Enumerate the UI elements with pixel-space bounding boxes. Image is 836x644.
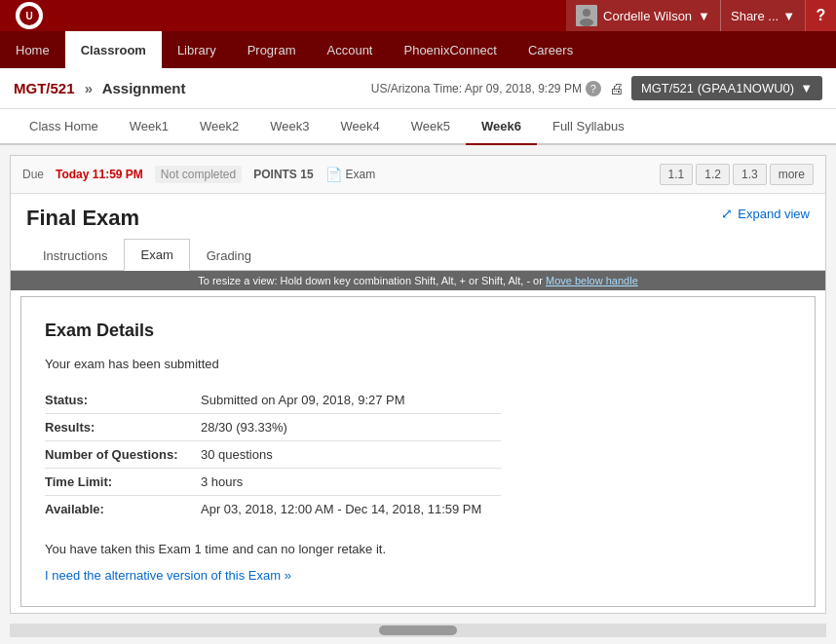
points-value: 15 [300,168,313,181]
row-label-status: Status: [45,387,201,414]
nav-item-home[interactable]: Home [0,31,65,68]
expand-view-button[interactable]: ⤢ Expand view [721,206,810,221]
tab-week5[interactable]: Week5 [396,109,466,145]
row-value-questions: 30 questions [201,441,501,469]
course-dropdown-chevron-icon: ▼ [800,81,813,95]
time-info: US/Arizona Time: Apr 09, 2018, 9:29 PM ? [371,81,601,96]
svg-point-4 [580,19,593,26]
tab-full-syllabus[interactable]: Full Syllabus [537,109,640,145]
exam-submitted-message: Your exam has been submitted [45,357,791,371]
sub-tab-exam[interactable]: Exam [124,239,189,271]
table-row: Number of Questions: 30 questions [45,441,501,469]
nav-item-account[interactable]: Account [312,31,389,68]
nav-item-careers[interactable]: Careers [513,31,589,68]
resize-hint: To resize a view: Hold down key combinat… [11,271,825,290]
tab-week1[interactable]: Week1 [114,109,184,145]
nav-item-phoenixconnect[interactable]: PhoenixConnect [388,31,512,68]
exam-content: Exam Details Your exam has been submitte… [20,296,816,607]
row-label-questions: Number of Questions: [45,441,201,469]
user-chevron-icon: ▼ [698,9,710,23]
tab-week3[interactable]: Week3 [254,109,324,145]
table-row: Time Limit: 3 hours [45,469,501,496]
version-buttons: 1.1 1.2 1.3 more [660,164,814,185]
table-row: Results: 28/30 (93.33%) [45,414,501,441]
header-right: US/Arizona Time: Apr 09, 2018, 9:29 PM ?… [371,76,822,100]
more-versions-button[interactable]: more [770,164,814,185]
time-label: US/Arizona Time: Apr 09, 2018, 9:29 PM [371,82,582,95]
assignment-header: Due Today 11:59 PM Not completed POINTS … [11,156,825,194]
table-row: Status: Submitted on Apr 09, 2018, 9:27 … [45,387,501,414]
version-1-1-button[interactable]: 1.1 [660,164,694,185]
tab-class-home[interactable]: Class Home [14,109,114,145]
move-below-handle-link[interactable]: Move below handle [546,275,638,286]
exam-retake-message: You have taken this Exam 1 time and can … [45,542,791,556]
doc-icon: 📄 [325,167,342,182]
user-name-label: Cordelle Wilson [603,9,692,23]
assignment-title-area: Final Exam ⤢ Expand view [11,194,825,239]
svg-point-3 [583,9,590,17]
logo-area: U [10,2,49,29]
table-row: Available: Apr 03, 2018, 12:00 AM - Dec … [45,496,501,523]
university-logo: U [16,2,43,29]
row-value-status: Submitted on Apr 09, 2018, 9:27 PM [201,387,501,414]
status-badge: Not completed [155,166,242,183]
user-menu-button[interactable]: Cordelle Wilson ▼ [566,0,720,31]
points-label: POINTS [253,168,297,181]
version-1-2-button[interactable]: 1.2 [696,164,730,185]
nav-item-library[interactable]: Library [162,31,232,68]
row-value-available: Apr 03, 2018, 12:00 AM - Dec 14, 2018, 1… [201,496,501,523]
assignment-panel: Due Today 11:59 PM Not completed POINTS … [10,155,826,614]
top-bar: U Cordelle Wilson ▼ Share ... ▼ ? [0,0,836,31]
horizontal-scrollbar[interactable] [10,624,826,637]
assignment-type-label: Exam [346,168,376,181]
nav-item-program[interactable]: Program [232,31,312,68]
exam-type: 📄 Exam [325,167,376,182]
scrollbar-thumb[interactable] [379,625,457,635]
sub-tabs: Instructions Exam Grading [11,239,825,271]
time-info-icon[interactable]: ? [586,81,601,96]
expand-icon: ⤢ [721,206,733,221]
breadcrumb: MGT/521 » Assignment [14,80,186,96]
expand-label: Expand view [738,207,810,221]
nav-item-classroom[interactable]: Classroom [65,31,162,68]
tab-week2[interactable]: Week2 [184,109,254,145]
exam-info-table: Status: Submitted on Apr 09, 2018, 9:27 … [45,387,501,522]
sub-tab-instructions[interactable]: Instructions [26,239,124,271]
share-label: Share ... [731,9,779,23]
avatar [576,5,597,26]
exam-details-title: Exam Details [45,321,791,341]
sub-tab-grading[interactable]: Grading [190,239,268,271]
row-value-results: 28/30 (93.33%) [201,414,501,441]
share-button[interactable]: Share ... ▼ [720,0,805,31]
breadcrumb-separator: » [85,80,93,96]
alt-version-link[interactable]: I need the alternative version of this E… [45,568,291,583]
row-label-available: Available: [45,496,201,523]
tab-week6[interactable]: Week6 [466,109,537,145]
page-header: MGT/521 » Assignment US/Arizona Time: Ap… [0,68,836,109]
breadcrumb-course[interactable]: MGT/521 [14,80,75,96]
due-label: Due [22,168,44,181]
resize-hint-text: To resize a view: Hold down key combinat… [198,275,546,286]
main-nav: Home Classroom Library Program Account P… [0,31,836,68]
row-label-results: Results: [45,414,201,441]
help-button[interactable]: ? [805,0,836,31]
row-value-time-limit: 3 hours [201,469,501,496]
points-badge: POINTS 15 [253,168,313,181]
assignment-title: Final Exam [26,206,139,231]
assignment-header-left: Due Today 11:59 PM Not completed POINTS … [22,166,375,183]
help-icon: ? [817,7,826,24]
row-label-time-limit: Time Limit: [45,469,201,496]
svg-text:U: U [25,11,32,21]
due-date: Today 11:59 PM [56,168,143,181]
version-1-3-button[interactable]: 1.3 [733,164,767,185]
tab-week4[interactable]: Week4 [325,109,396,145]
course-dropdown-label: MGT/521 (GPAA1NOWU0) [641,81,794,95]
week-tabs: Class Home Week1 Week2 Week3 Week4 Week5… [0,109,836,145]
share-chevron-icon: ▼ [782,9,795,23]
print-icon[interactable]: 🖨 [609,80,624,96]
course-dropdown-button[interactable]: MGT/521 (GPAA1NOWU0) ▼ [631,76,822,100]
breadcrumb-page: Assignment [102,80,186,96]
